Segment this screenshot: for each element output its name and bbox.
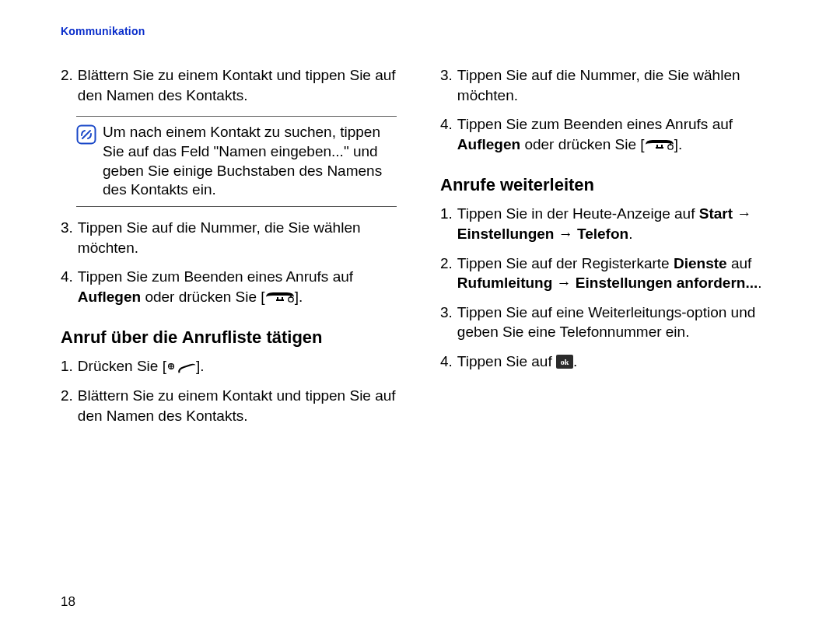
list-item: 3. Tippen Sie auf die Nummer, die Sie wä…	[61, 218, 397, 257]
arrow-text: →	[554, 226, 577, 242]
list-number: 4.	[440, 114, 457, 154]
text-fragment: ].	[295, 289, 303, 305]
page-number: 18	[61, 594, 75, 610]
list-number: 2.	[440, 254, 457, 293]
list-item: 2. Tippen Sie auf der Registerkarte Dien…	[440, 254, 776, 293]
svg-rect-9	[656, 147, 663, 149]
list-item: 1. Tippen Sie in der Heute-Anzeige auf S…	[440, 204, 776, 243]
text-fragment: Tippen Sie auf	[457, 353, 556, 369]
running-head: Kommunikation	[61, 25, 779, 37]
list-number: 3.	[440, 65, 457, 105]
list-number: 4.	[61, 267, 78, 306]
list-text: Tippen Sie in der Heute-Anzeige auf Star…	[457, 204, 776, 243]
list-text: Drücken Sie [].	[78, 356, 397, 376]
list-item: 2. Blättern Sie zu einem Kontakt und tip…	[61, 386, 397, 425]
list-forward-calls: 1. Tippen Sie in der Heute-Anzeige auf S…	[440, 204, 776, 371]
bold-text: Einstellungen anfordern...	[576, 275, 758, 291]
svg-rect-1	[277, 297, 278, 299]
text-fragment: Drücken Sie [	[78, 358, 166, 374]
text-fragment: ].	[196, 358, 205, 374]
svg-rect-2	[282, 297, 283, 299]
svg-rect-8	[661, 145, 663, 147]
list-text: Tippen Sie zum Beenden eines Anrufs auf …	[457, 114, 776, 154]
end-call-key-icon	[645, 138, 674, 152]
text-fragment: Tippen Sie zum Beenden eines Anrufs auf	[457, 116, 733, 132]
arrow-text: →	[552, 275, 576, 291]
note-box: Um nach einem Kontakt zu suchen, tippen …	[76, 116, 397, 207]
bold-text: Dienste	[674, 255, 727, 271]
list-number: 2.	[61, 65, 78, 105]
ok-button-icon: ok	[556, 355, 573, 369]
note-text: Um nach einem Kontakt zu suchen, tippen …	[103, 123, 397, 200]
bold-text: Telefon	[577, 226, 628, 242]
list-call-log: 1. Drücken Sie []. 2. Blättern Sie zu ei…	[61, 356, 397, 425]
heading-call-log: Anruf über die Anrufliste tätigen	[61, 326, 397, 349]
list-scroll-contact: 2. Blättern Sie zu einem Kontakt und tip…	[61, 65, 397, 307]
list-text: Tippen Sie auf die Nummer, die Sie wähle…	[78, 218, 397, 257]
arrow-text: →	[733, 205, 751, 222]
svg-rect-11	[670, 142, 670, 145]
list-item: 3. Tippen Sie auf die Nummer, die Sie wä…	[440, 65, 776, 105]
heading-forward-calls: Anrufe weiterleiten	[440, 173, 776, 197]
text-fragment: Tippen Sie zum Beenden eines Anrufs auf	[78, 268, 353, 285]
text-fragment: oder drücken Sie [	[141, 289, 264, 305]
bold-text: Start	[699, 205, 733, 222]
svg-rect-3	[276, 299, 284, 301]
list-text: Tippen Sie auf eine Weiterleitungs-optio…	[457, 303, 776, 342]
bold-text: Rufumleitung	[457, 275, 552, 291]
list-number: 1.	[61, 356, 78, 376]
list-continued: 3. Tippen Sie auf die Nummer, die Sie wä…	[440, 65, 776, 155]
list-number: 3.	[440, 303, 457, 342]
list-text: Tippen Sie auf ok.	[457, 352, 776, 372]
list-text: Tippen Sie auf der Registerkarte Dienste…	[457, 254, 776, 293]
list-text: Blättern Sie zu einem Kontakt und tippen…	[78, 65, 397, 105]
note-icon	[76, 123, 96, 200]
left-column: 2. Blättern Sie zu einem Kontakt und tip…	[61, 58, 397, 435]
list-item: 4. Tippen Sie zum Beenden eines Anrufs a…	[440, 114, 776, 154]
svg-rect-5	[290, 295, 291, 298]
bold-text: Auflegen	[78, 289, 141, 305]
list-item: 4. Tippen Sie auf ok.	[440, 352, 776, 372]
list-text: Blättern Sie zu einem Kontakt und tippen…	[78, 386, 397, 425]
list-item: 3. Tippen Sie auf eine Weiterleitungs-op…	[440, 303, 776, 342]
list-number: 4.	[440, 352, 457, 372]
svg-text:ok: ok	[561, 358, 569, 366]
text-fragment: oder drücken Sie [	[520, 136, 644, 152]
text-fragment: Tippen Sie auf der Registerkarte	[457, 255, 674, 271]
list-number: 3.	[61, 218, 78, 257]
bold-text: Auflegen	[457, 136, 520, 152]
page: Kommunikation 2. Blättern Sie zu einem K…	[0, 0, 840, 630]
list-item: 2. Blättern Sie zu einem Kontakt und tip…	[61, 65, 397, 105]
text-fragment: auf	[727, 255, 752, 271]
list-number: 2.	[61, 386, 78, 425]
list-item: 4. Tippen Sie zum Beenden eines Anrufs a…	[61, 267, 397, 306]
bold-text: Einstellungen	[457, 226, 555, 242]
text-fragment: ].	[674, 136, 683, 152]
text-fragment: .	[573, 353, 577, 369]
text-fragment: .	[628, 226, 632, 242]
two-column-layout: 2. Blättern Sie zu einem Kontakt und tip…	[61, 58, 779, 435]
list-text: Tippen Sie zum Beenden eines Anrufs auf …	[78, 267, 397, 306]
list-number: 1.	[440, 204, 457, 243]
text-fragment: .	[758, 275, 761, 291]
end-call-key-icon	[265, 290, 295, 304]
text-fragment: Tippen Sie in der Heute-Anzeige auf	[457, 205, 699, 222]
right-column: 3. Tippen Sie auf die Nummer, die Sie wä…	[440, 58, 776, 435]
svg-rect-7	[656, 145, 658, 147]
call-key-icon	[166, 359, 196, 373]
list-item: 1. Drücken Sie [].	[61, 356, 397, 376]
list-text: Tippen Sie auf die Nummer, die Sie wähle…	[457, 65, 776, 105]
